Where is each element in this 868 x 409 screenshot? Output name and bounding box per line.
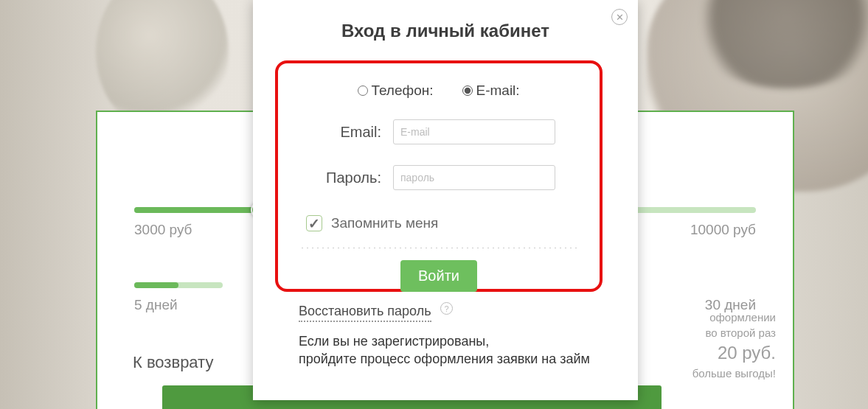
close-button[interactable]: ✕ (611, 9, 628, 25)
login-form-highlight: Телефон: E-mail: Email: Пароль: ✓ Запомн… (275, 60, 603, 292)
login-modal: ✕ Вход в личный кабинет Телефон: E-mail:… (253, 0, 638, 400)
login-type-phone[interactable]: Телефон: (358, 83, 433, 99)
check-icon: ✓ (308, 215, 320, 232)
return-amount-label: К возврату (133, 353, 213, 372)
login-type-radio-group: Телефон: E-mail: (300, 83, 577, 99)
remember-me-row[interactable]: ✓ Запомнить меня (306, 215, 577, 231)
amount-min-label: 3000 руб (134, 222, 192, 238)
days-slider-track (134, 282, 223, 288)
email-field-row: Email: (300, 119, 577, 144)
side-benefit-line2: во второй раз (692, 325, 776, 340)
side-benefit-more: больше выгоды! (692, 366, 776, 381)
password-label: Пароль: (300, 169, 381, 186)
modal-title: Вход в личный кабинет (253, 21, 638, 41)
form-separator (300, 248, 577, 248)
days-min-label: 5 дней (134, 297, 178, 313)
not-registered-text: Если вы не зарегистрированы, пройдите пр… (299, 332, 594, 368)
recover-password-link[interactable]: Восстановить пароль (299, 304, 431, 322)
amount-slider-fill (134, 207, 259, 213)
amount-max-label: 10000 руб (690, 222, 756, 238)
modal-footer: Восстановить пароль ? Если вы не зарегис… (299, 302, 594, 368)
login-type-email[interactable]: E-mail: (462, 83, 519, 99)
login-type-email-label: E-mail: (476, 83, 519, 99)
password-field[interactable] (393, 165, 555, 190)
login-type-phone-label: Телефон: (371, 83, 433, 99)
side-benefit-price: 20 руб. (692, 340, 776, 366)
days-slider-fill (134, 282, 178, 288)
close-icon: ✕ (616, 12, 624, 23)
not-registered-line2: пройдите процесс оформления заявки на за… (299, 350, 594, 368)
side-benefit-line1: оформлении (692, 310, 776, 325)
password-field-row: Пароль: (300, 165, 577, 190)
email-field[interactable] (393, 119, 555, 144)
side-benefit-box: оформлении во второй раз 20 руб. больше … (692, 310, 776, 381)
login-submit-button[interactable]: Войти (400, 260, 477, 292)
help-icon[interactable]: ? (440, 302, 453, 315)
email-label: Email: (300, 124, 381, 141)
remember-me-label: Запомнить меня (331, 215, 438, 231)
login-type-email-radio[interactable] (462, 85, 473, 96)
login-type-phone-radio[interactable] (358, 85, 368, 96)
remember-me-checkbox[interactable]: ✓ (306, 215, 322, 231)
not-registered-line1: Если вы не зарегистрированы, (299, 332, 594, 350)
